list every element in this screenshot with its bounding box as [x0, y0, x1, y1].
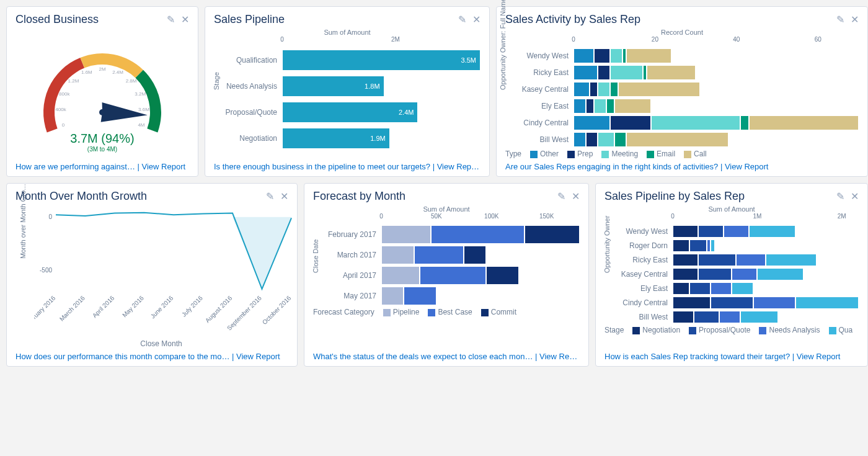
bar-segment[interactable]: [614, 132, 627, 147]
bar-segment[interactable]: [719, 311, 740, 323]
bar-segment[interactable]: [420, 266, 486, 285]
bar-segment[interactable]: [464, 246, 486, 264]
legend-item[interactable]: Other: [530, 150, 559, 158]
bar-segment[interactable]: [414, 246, 464, 264]
bar-segment[interactable]: [486, 266, 519, 285]
bar-segment[interactable]: [689, 282, 711, 295]
bar-segment[interactable]: [689, 239, 706, 252]
bar-segment[interactable]: [651, 115, 741, 130]
card-footnote[interactable]: What's the status of the deals we expect…: [313, 352, 533, 361]
card-footnote[interactable]: How are we performing against…: [16, 162, 135, 171]
bar-segment[interactable]: [736, 254, 766, 266]
bar-segment[interactable]: [673, 239, 689, 252]
view-report-link[interactable]: View Report: [142, 162, 186, 171]
bar-segment[interactable]: [574, 82, 590, 97]
card-footnote[interactable]: Are our Sales Reps engaging in the right…: [505, 162, 718, 171]
view-report-link[interactable]: View Report: [539, 352, 580, 361]
bar-segment[interactable]: [673, 225, 698, 238]
bar-segment[interactable]: [698, 225, 724, 238]
bar-segment[interactable]: [381, 246, 414, 264]
bar-segment[interactable]: [626, 48, 671, 63]
legend-item[interactable]: Commit: [481, 308, 516, 316]
bar-segment[interactable]: [598, 82, 610, 97]
bar-segment[interactable]: [673, 311, 694, 323]
bar-segment[interactable]: [574, 65, 598, 80]
bar-segment[interactable]: [590, 82, 598, 97]
bar-segment[interactable]: [618, 82, 699, 97]
edit-icon[interactable]: ✎: [167, 14, 175, 25]
view-report-link[interactable]: View Report: [437, 162, 480, 171]
bar-segment[interactable]: [707, 239, 711, 252]
bar-segment[interactable]: 3.5M: [282, 50, 480, 71]
edit-icon[interactable]: ✎: [557, 190, 565, 202]
legend-item[interactable]: Qua: [829, 326, 853, 334]
bar-segment[interactable]: [586, 132, 598, 147]
card-footnote[interactable]: How is each Sales Rep tracking toward th…: [604, 352, 790, 361]
edit-icon[interactable]: ✎: [458, 14, 466, 25]
bar-segment[interactable]: [610, 48, 622, 63]
bar-segment[interactable]: [698, 268, 732, 280]
legend-item[interactable]: Call: [684, 150, 707, 158]
bar-segment[interactable]: [381, 287, 404, 305]
bar-segment[interactable]: 1.9M: [282, 128, 390, 149]
bar-segment[interactable]: [614, 99, 651, 114]
bar-segment[interactable]: [753, 297, 795, 309]
bar-segment[interactable]: [673, 268, 698, 280]
close-icon[interactable]: ✕: [572, 190, 580, 202]
bar-segment[interactable]: [610, 115, 651, 130]
bar-segment[interactable]: [381, 266, 420, 285]
bar-segment[interactable]: [698, 254, 736, 266]
bar-segment[interactable]: [598, 65, 610, 80]
bar-segment[interactable]: 1.8M: [282, 76, 384, 97]
view-report-link[interactable]: View Report: [236, 352, 280, 361]
bar-segment[interactable]: [606, 99, 614, 114]
bar-segment[interactable]: [610, 65, 643, 80]
legend-item[interactable]: Meeting: [601, 150, 638, 158]
bar-segment[interactable]: [711, 239, 715, 252]
bar-segment[interactable]: [795, 297, 859, 309]
bar-segment[interactable]: [711, 297, 753, 309]
legend-item[interactable]: Prep: [567, 150, 593, 158]
bar-segment[interactable]: [724, 225, 749, 238]
edit-icon[interactable]: ✎: [266, 190, 274, 202]
close-icon[interactable]: ✕: [851, 190, 859, 202]
legend-item[interactable]: Best Case: [428, 308, 472, 316]
legend-item[interactable]: Email: [647, 150, 675, 158]
bar-segment[interactable]: [594, 99, 606, 114]
legend-item[interactable]: Needs Analysis: [759, 326, 820, 334]
edit-icon[interactable]: ✎: [836, 190, 844, 202]
bar-segment[interactable]: [740, 311, 778, 323]
view-report-link[interactable]: View Report: [725, 162, 769, 171]
bar-segment[interactable]: [404, 287, 436, 305]
bar-segment[interactable]: [647, 65, 696, 80]
bar-segment[interactable]: [757, 268, 804, 280]
bar-segment[interactable]: [525, 225, 580, 244]
bar-segment[interactable]: [574, 48, 594, 63]
card-footnote[interactable]: How does our performance this month comp…: [16, 352, 229, 361]
bar-segment[interactable]: [766, 254, 817, 266]
bar-segment[interactable]: [574, 132, 586, 147]
close-icon[interactable]: ✕: [851, 14, 859, 25]
bar-segment[interactable]: [594, 48, 610, 63]
bar-segment[interactable]: [574, 99, 586, 114]
bar-segment[interactable]: [740, 115, 748, 130]
view-report-link[interactable]: View Report: [797, 352, 841, 361]
bar-segment[interactable]: [381, 225, 431, 244]
bar-segment[interactable]: [749, 115, 859, 130]
bar-segment[interactable]: [586, 99, 594, 114]
legend-item[interactable]: Pipeline: [383, 308, 420, 316]
bar-segment[interactable]: [574, 115, 610, 130]
bar-segment[interactable]: [732, 282, 753, 295]
bar-segment[interactable]: [610, 82, 618, 97]
legend-item[interactable]: Proposal/Quote: [689, 326, 750, 334]
bar-segment[interactable]: [749, 225, 795, 238]
bar-segment[interactable]: [732, 268, 757, 280]
close-icon[interactable]: ✕: [181, 14, 189, 25]
bar-segment[interactable]: 2.4M: [282, 102, 418, 123]
close-icon[interactable]: ✕: [280, 190, 288, 202]
bar-segment[interactable]: [626, 132, 728, 147]
bar-segment[interactable]: [673, 254, 698, 266]
close-icon[interactable]: ✕: [472, 14, 480, 25]
bar-segment[interactable]: [673, 282, 689, 295]
bar-segment[interactable]: [598, 132, 614, 147]
